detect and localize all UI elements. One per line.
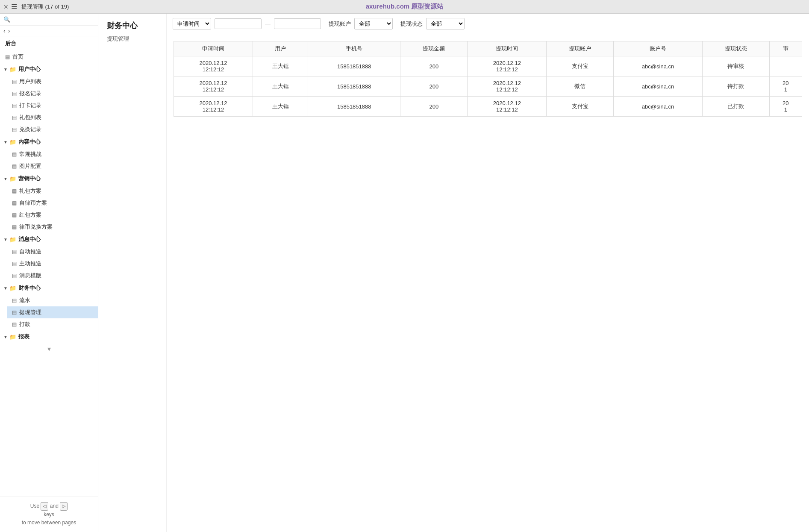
sidebar-group-content-center[interactable]: ▼ 📁 内容中心 [0, 135, 98, 148]
table-cell[interactable]: 20 1 [769, 97, 802, 117]
col-account-type: 提现账户 [547, 41, 614, 56]
right-panel: 申请时间 提现时间 — 提现账户 全部 支付宝 微信 提现状态 全部 待审核 待… [167, 14, 809, 532]
sidebar-group-message-center[interactable]: ▼ 📁 消息中心 [0, 233, 98, 246]
sidebar-item-flow[interactable]: ▤ 流水 [7, 294, 98, 306]
table-cell: 王大锤 [253, 97, 308, 117]
table-cell: 2020.12.12 12:12:12 [468, 76, 547, 97]
table-row: 2020.12.12 12:12:12王大锤158518518882002020… [174, 56, 802, 76]
page-icon: ▤ [12, 126, 17, 132]
sidebar-group-finance-center[interactable]: ▼ 📁 财务中心 [0, 282, 98, 294]
sidebar-nav-arrows: ‹ › [0, 26, 98, 36]
date-field-select[interactable]: 申请时间 提现时间 [173, 18, 211, 29]
group-label: 消息中心 [18, 235, 41, 243]
sidebar-item-currency-plans[interactable]: ▤ 自律币方案 [7, 197, 98, 209]
table-wrapper: 申请时间 用户 手机号 提现金额 提现时间 提现账户 账户号 提现状态 审 20… [167, 34, 809, 532]
sidebar-item-withdrawal-mgmt[interactable]: ▤ 提现管理 [7, 306, 98, 318]
table-cell: 王大锤 [253, 56, 308, 76]
group-label: 营销中心 [18, 175, 41, 182]
page-icon: ▤ [12, 163, 17, 169]
withdrawal-table: 申请时间 用户 手机号 提现金额 提现时间 提现账户 账户号 提现状态 审 20… [174, 41, 802, 117]
search-icon: 🔍 [3, 16, 10, 23]
table-cell: 2020.12.12 12:12:12 [174, 76, 253, 97]
sidebar-item-payout[interactable]: ▤ 打款 [7, 318, 98, 330]
sidebar-group-marketing-center[interactable]: ▼ 📁 营销中心 [0, 172, 98, 185]
sidebar-item-gift-plans[interactable]: ▤ 礼包方案 [7, 185, 98, 197]
triangle-icon: ▼ [3, 140, 8, 144]
sidebar-item-exchange-records[interactable]: ▤ 兑换记录 [7, 123, 98, 135]
col-withdraw-time: 提现时间 [468, 41, 547, 56]
sidebar-item-label: 红包方案 [19, 211, 41, 219]
status-filter-label: 提现状态 [400, 20, 423, 28]
sidebar-search-area: 🔍 [0, 14, 98, 26]
sidebar-item-message-template[interactable]: ▤ 消息模版 [7, 270, 98, 282]
table-cell: 支付宝 [547, 56, 614, 76]
triangle-icon: ▼ [3, 335, 8, 339]
sidebar-item-label: 礼包列表 [19, 114, 41, 121]
page-icon: ▤ [12, 224, 17, 230]
scroll-down-arrow[interactable]: ▾ [0, 343, 98, 355]
sidebar-item-currency-exchange[interactable]: ▤ 律币兑换方案 [7, 221, 98, 233]
marketing-center-children: ▤ 礼包方案 ▤ 自律币方案 ▤ 红包方案 ▤ 律币兑换方案 [0, 185, 98, 233]
col-amount: 提现金额 [400, 41, 468, 56]
main-layout: 🔍 ‹ › 后台 ▤ 首页 ▼ 📁 用户中心 ▤ [0, 14, 809, 532]
sidebar-item-redpacket-plans[interactable]: ▤ 红包方案 [7, 209, 98, 221]
sidebar-item-label: 常规挑战 [19, 150, 41, 158]
hint-text-and: and [50, 503, 60, 509]
next-key-icon: ▷ [60, 502, 68, 511]
sidebar-item-home[interactable]: ▤ 首页 [0, 51, 98, 63]
date-to-input[interactable] [274, 18, 321, 29]
breadcrumb: 提现管理 [107, 35, 158, 43]
triangle-icon: ▼ [3, 237, 8, 242]
table-cell: 已打款 [702, 97, 769, 117]
table-cell: 支付宝 [547, 97, 614, 117]
page-icon: ▤ [12, 151, 17, 157]
sidebar-item-checkin-records[interactable]: ▤ 打卡记录 [7, 100, 98, 112]
axure-banner: axurehub.com 原型资源站 [366, 3, 444, 11]
sidebar-group-user-center[interactable]: ▼ 📁 用户中心 [0, 63, 98, 76]
sidebar-group-stats[interactable]: ▼ 📁 报表 [0, 330, 98, 343]
page-icon: ▤ [12, 212, 17, 218]
sidebar-item-label: 图片配置 [19, 162, 41, 170]
sidebar-item-gift-list[interactable]: ▤ 礼包列表 [7, 112, 98, 123]
sidebar-item-image-config[interactable]: ▤ 图片配置 [7, 160, 98, 172]
nav-next-button[interactable]: › [8, 27, 10, 34]
page-icon: ▤ [12, 200, 17, 206]
menu-icon[interactable]: ☰ [11, 3, 17, 11]
page-title: 财务中心 [107, 21, 158, 31]
table-cell: 200 [400, 76, 468, 97]
date-from-input[interactable] [215, 18, 262, 29]
sidebar-item-user-list[interactable]: ▤ 用户列表 [7, 76, 98, 88]
status-select[interactable]: 全部 待审核 待打款 已打款 已拒绝 [426, 18, 465, 29]
sidebar-item-manual-push[interactable]: ▤ 主动推送 [7, 258, 98, 270]
table-row: 2020.12.12 12:12:12王大锤158518518882002020… [174, 97, 802, 117]
content-wrapper: 财务中心 提现管理 申请时间 提现时间 — 提现账户 全部 支付宝 微信 [98, 14, 809, 532]
sidebar-item-label: 用户列表 [19, 78, 41, 85]
folder-icon: 📁 [9, 334, 16, 340]
table-cell[interactable]: 20 1 [769, 76, 802, 97]
triangle-icon: ▼ [3, 67, 8, 72]
group-label: 财务中心 [18, 284, 41, 292]
top-bar: ✕ ☰ 提现管理 (17 of 19) axurehub.com 原型资源站 [0, 0, 809, 14]
sidebar-item-regular-challenges[interactable]: ▤ 常规挑战 [7, 148, 98, 160]
nav-prev-button[interactable]: ‹ [3, 27, 6, 34]
sidebar-item-label: 报名记录 [19, 90, 41, 97]
prev-key-icon: ◁ [41, 502, 48, 511]
sidebar-item-signup-records[interactable]: ▤ 报名记录 [7, 88, 98, 100]
close-button[interactable]: ✕ [3, 3, 9, 10]
search-input[interactable] [12, 16, 94, 23]
page-icon: ▤ [12, 309, 17, 315]
folder-icon: 📁 [9, 139, 16, 145]
sidebar-item-label: 打卡记录 [19, 102, 41, 109]
account-filter-label: 提现账户 [329, 20, 351, 28]
table-cell[interactable] [769, 56, 802, 76]
page-icon: ▤ [5, 54, 10, 60]
account-select[interactable]: 全部 支付宝 微信 [354, 18, 393, 29]
window-title: 提现管理 (17 of 19) [21, 3, 69, 11]
sidebar-item-auto-push[interactable]: ▤ 自动推送 [7, 246, 98, 258]
page-icon: ▤ [12, 273, 17, 279]
page-icon: ▤ [12, 261, 17, 267]
col-audit: 审 [769, 41, 802, 56]
sidebar-item-label: 首页 [12, 53, 24, 61]
sidebar-item-label: 主动推送 [19, 260, 41, 267]
message-center-children: ▤ 自动推送 ▤ 主动推送 ▤ 消息模版 [0, 246, 98, 282]
